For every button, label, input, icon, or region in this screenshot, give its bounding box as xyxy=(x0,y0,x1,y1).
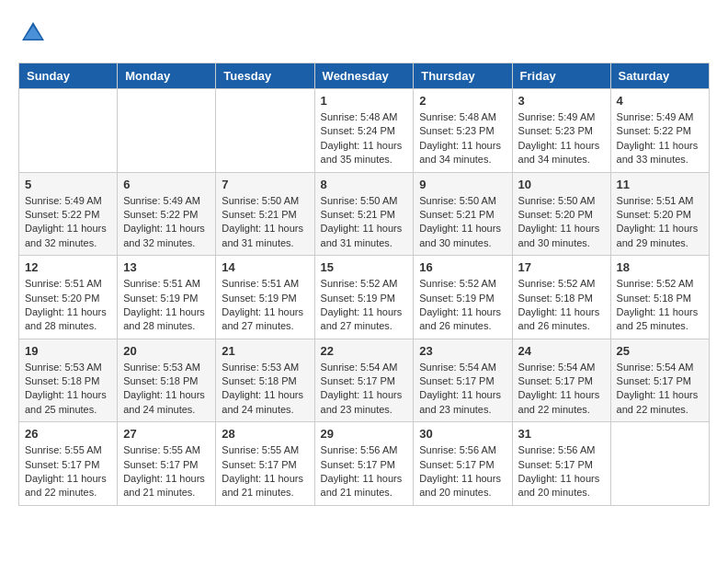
day-number: 4 xyxy=(617,94,703,108)
day-info: Sunrise: 5:50 AM Sunset: 5:21 PM Dayligh… xyxy=(222,194,308,251)
calendar-cell: 17Sunrise: 5:52 AM Sunset: 5:18 PM Dayli… xyxy=(512,256,610,339)
day-number: 28 xyxy=(222,427,308,441)
calendar-cell: 31Sunrise: 5:56 AM Sunset: 5:17 PM Dayli… xyxy=(512,422,610,506)
calendar-cell: 3Sunrise: 5:49 AM Sunset: 5:23 PM Daylig… xyxy=(512,89,610,173)
day-info: Sunrise: 5:52 AM Sunset: 5:19 PM Dayligh… xyxy=(321,277,408,334)
weekday-header-sunday: Sunday xyxy=(19,63,118,89)
calendar-cell: 20Sunrise: 5:53 AM Sunset: 5:18 PM Dayli… xyxy=(118,339,216,422)
day-number: 25 xyxy=(617,344,703,358)
calendar-cell: 21Sunrise: 5:53 AM Sunset: 5:18 PM Dayli… xyxy=(216,339,314,422)
day-number: 26 xyxy=(25,427,111,441)
day-info: Sunrise: 5:52 AM Sunset: 5:18 PM Dayligh… xyxy=(518,277,605,334)
weekday-header-monday: Monday xyxy=(118,63,216,89)
day-info: Sunrise: 5:50 AM Sunset: 5:20 PM Dayligh… xyxy=(518,194,605,251)
day-number: 11 xyxy=(617,178,703,191)
calendar-cell: 19Sunrise: 5:53 AM Sunset: 5:18 PM Dayli… xyxy=(19,339,118,422)
day-number: 19 xyxy=(25,344,111,358)
calendar-cell xyxy=(216,89,314,173)
day-number: 6 xyxy=(123,178,210,191)
day-info: Sunrise: 5:52 AM Sunset: 5:19 PM Dayligh… xyxy=(419,277,506,334)
day-number: 9 xyxy=(419,178,506,191)
calendar-cell: 22Sunrise: 5:54 AM Sunset: 5:17 PM Dayli… xyxy=(314,339,414,422)
day-info: Sunrise: 5:51 AM Sunset: 5:20 PM Dayligh… xyxy=(617,194,703,251)
day-number: 27 xyxy=(123,427,210,441)
day-number: 14 xyxy=(222,260,308,274)
day-info: Sunrise: 5:49 AM Sunset: 5:22 PM Dayligh… xyxy=(123,194,210,251)
day-info: Sunrise: 5:51 AM Sunset: 5:19 PM Dayligh… xyxy=(222,277,308,334)
calendar-cell: 27Sunrise: 5:55 AM Sunset: 5:17 PM Dayli… xyxy=(118,422,216,506)
calendar-cell: 10Sunrise: 5:50 AM Sunset: 5:20 PM Dayli… xyxy=(512,172,610,256)
calendar-cell: 24Sunrise: 5:54 AM Sunset: 5:17 PM Dayli… xyxy=(512,339,610,422)
day-number: 21 xyxy=(222,344,308,358)
calendar-cell: 13Sunrise: 5:51 AM Sunset: 5:19 PM Dayli… xyxy=(118,256,216,339)
day-info: Sunrise: 5:51 AM Sunset: 5:19 PM Dayligh… xyxy=(123,277,210,334)
day-number: 17 xyxy=(518,260,605,274)
calendar-cell: 18Sunrise: 5:52 AM Sunset: 5:18 PM Dayli… xyxy=(610,256,709,339)
day-info: Sunrise: 5:51 AM Sunset: 5:20 PM Dayligh… xyxy=(25,277,111,334)
day-info: Sunrise: 5:49 AM Sunset: 5:23 PM Dayligh… xyxy=(518,110,605,167)
calendar-cell: 12Sunrise: 5:51 AM Sunset: 5:20 PM Dayli… xyxy=(19,256,118,339)
calendar-cell: 26Sunrise: 5:55 AM Sunset: 5:17 PM Dayli… xyxy=(19,422,118,506)
day-info: Sunrise: 5:56 AM Sunset: 5:17 PM Dayligh… xyxy=(518,443,605,500)
day-number: 20 xyxy=(123,344,210,358)
day-number: 29 xyxy=(321,427,408,441)
day-number: 12 xyxy=(25,260,111,274)
day-info: Sunrise: 5:53 AM Sunset: 5:18 PM Dayligh… xyxy=(25,361,111,418)
calendar-week-row: 5Sunrise: 5:49 AM Sunset: 5:22 PM Daylig… xyxy=(19,172,710,256)
calendar-cell xyxy=(118,89,216,173)
day-info: Sunrise: 5:53 AM Sunset: 5:18 PM Dayligh… xyxy=(222,361,308,418)
page-header xyxy=(18,18,710,48)
day-number: 2 xyxy=(419,94,506,108)
calendar-week-row: 19Sunrise: 5:53 AM Sunset: 5:18 PM Dayli… xyxy=(19,339,710,422)
calendar-week-row: 12Sunrise: 5:51 AM Sunset: 5:20 PM Dayli… xyxy=(19,256,710,339)
day-number: 10 xyxy=(518,178,605,191)
day-info: Sunrise: 5:49 AM Sunset: 5:22 PM Dayligh… xyxy=(617,110,703,167)
day-info: Sunrise: 5:52 AM Sunset: 5:18 PM Dayligh… xyxy=(617,277,703,334)
day-info: Sunrise: 5:54 AM Sunset: 5:17 PM Dayligh… xyxy=(617,361,703,418)
day-info: Sunrise: 5:55 AM Sunset: 5:17 PM Dayligh… xyxy=(222,443,308,500)
logo-icon xyxy=(18,18,48,48)
day-number: 1 xyxy=(321,94,408,108)
day-number: 23 xyxy=(419,344,506,358)
calendar-week-row: 1Sunrise: 5:48 AM Sunset: 5:24 PM Daylig… xyxy=(19,89,710,173)
day-info: Sunrise: 5:56 AM Sunset: 5:17 PM Dayligh… xyxy=(321,443,408,500)
day-number: 15 xyxy=(321,260,408,274)
calendar-cell: 6Sunrise: 5:49 AM Sunset: 5:22 PM Daylig… xyxy=(118,172,216,256)
day-number: 30 xyxy=(419,427,506,441)
day-info: Sunrise: 5:54 AM Sunset: 5:17 PM Dayligh… xyxy=(419,361,506,418)
calendar-cell: 4Sunrise: 5:49 AM Sunset: 5:22 PM Daylig… xyxy=(610,89,709,173)
weekday-header-friday: Friday xyxy=(512,63,610,89)
calendar-cell: 23Sunrise: 5:54 AM Sunset: 5:17 PM Dayli… xyxy=(414,339,512,422)
day-number: 24 xyxy=(518,344,605,358)
calendar-cell: 29Sunrise: 5:56 AM Sunset: 5:17 PM Dayli… xyxy=(314,422,414,506)
calendar-cell: 14Sunrise: 5:51 AM Sunset: 5:19 PM Dayli… xyxy=(216,256,314,339)
day-number: 18 xyxy=(617,260,703,274)
day-number: 13 xyxy=(123,260,210,274)
calendar-cell: 8Sunrise: 5:50 AM Sunset: 5:21 PM Daylig… xyxy=(314,172,414,256)
day-number: 5 xyxy=(25,178,111,191)
day-info: Sunrise: 5:50 AM Sunset: 5:21 PM Dayligh… xyxy=(419,194,506,251)
day-info: Sunrise: 5:48 AM Sunset: 5:23 PM Dayligh… xyxy=(419,110,506,167)
day-number: 16 xyxy=(419,260,506,274)
calendar-cell: 15Sunrise: 5:52 AM Sunset: 5:19 PM Dayli… xyxy=(314,256,414,339)
weekday-header-saturday: Saturday xyxy=(610,63,709,89)
day-info: Sunrise: 5:54 AM Sunset: 5:17 PM Dayligh… xyxy=(321,361,408,418)
day-info: Sunrise: 5:49 AM Sunset: 5:22 PM Dayligh… xyxy=(25,194,111,251)
day-info: Sunrise: 5:48 AM Sunset: 5:24 PM Dayligh… xyxy=(321,110,408,167)
day-info: Sunrise: 5:55 AM Sunset: 5:17 PM Dayligh… xyxy=(123,443,210,500)
calendar-cell: 2Sunrise: 5:48 AM Sunset: 5:23 PM Daylig… xyxy=(414,89,512,173)
calendar-cell: 5Sunrise: 5:49 AM Sunset: 5:22 PM Daylig… xyxy=(19,172,118,256)
day-info: Sunrise: 5:54 AM Sunset: 5:17 PM Dayligh… xyxy=(518,361,605,418)
calendar-header-row: SundayMondayTuesdayWednesdayThursdayFrid… xyxy=(19,63,710,89)
day-number: 31 xyxy=(518,427,605,441)
weekday-header-wednesday: Wednesday xyxy=(314,63,414,89)
day-number: 7 xyxy=(222,178,308,191)
calendar-cell xyxy=(19,89,118,173)
day-info: Sunrise: 5:56 AM Sunset: 5:17 PM Dayligh… xyxy=(419,443,506,500)
calendar-cell: 1Sunrise: 5:48 AM Sunset: 5:24 PM Daylig… xyxy=(314,89,414,173)
logo xyxy=(18,18,51,48)
calendar-cell: 30Sunrise: 5:56 AM Sunset: 5:17 PM Dayli… xyxy=(414,422,512,506)
calendar-cell: 9Sunrise: 5:50 AM Sunset: 5:21 PM Daylig… xyxy=(414,172,512,256)
calendar-table: SundayMondayTuesdayWednesdayThursdayFrid… xyxy=(18,63,710,506)
calendar-cell: 11Sunrise: 5:51 AM Sunset: 5:20 PM Dayli… xyxy=(610,172,709,256)
